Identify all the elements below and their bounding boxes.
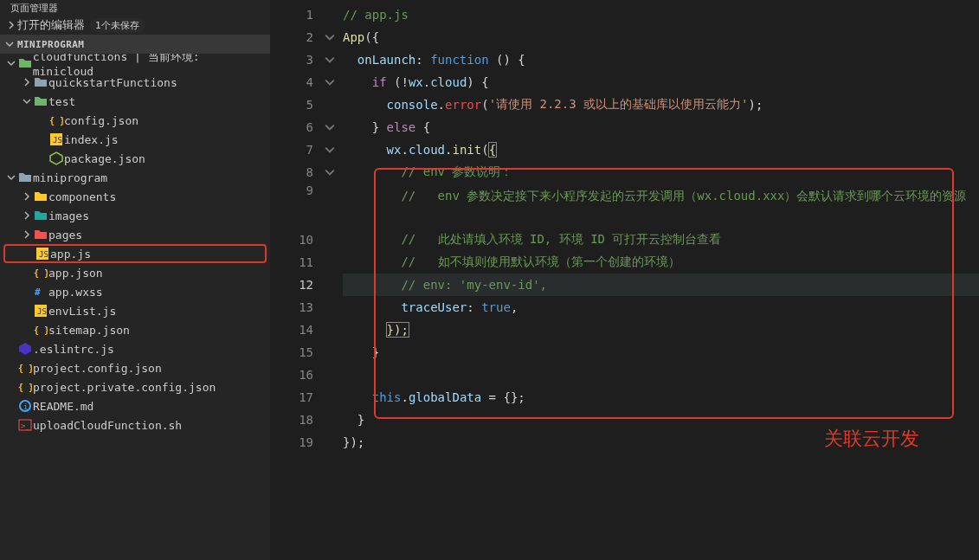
fold-spacer xyxy=(320,183,339,229)
line-number: 18 xyxy=(274,409,313,431)
brace: { xyxy=(489,143,496,157)
json-icon: { } xyxy=(33,323,48,337)
file-item[interactable]: .eslintrc.js xyxy=(0,339,270,358)
line-number: 17 xyxy=(274,386,313,409)
line-number: 3 xyxy=(274,48,313,71)
item-label: index.js xyxy=(64,133,119,146)
folder-icon xyxy=(33,75,48,89)
file-item[interactable]: JSapp.js xyxy=(3,244,267,263)
file-item[interactable]: >_uploadCloudFunction.sh xyxy=(0,415,270,434)
file-item[interactable]: JSenvList.js xyxy=(0,301,270,320)
item-label: package.json xyxy=(64,152,145,165)
folder-item[interactable]: miniprogram xyxy=(0,168,270,187)
item-label: app.wxss xyxy=(48,286,103,299)
annotation-box-icon xyxy=(374,168,954,419)
file-item[interactable]: iREADME.md xyxy=(0,396,270,415)
item-label: components xyxy=(48,190,116,203)
svg-text:>_: >_ xyxy=(21,422,30,430)
item-label: miniprogram xyxy=(33,171,107,184)
svg-text:{ }: { } xyxy=(18,364,32,373)
chevron-down-icon xyxy=(5,59,17,68)
line-number: 7 xyxy=(274,138,313,161)
node-icon xyxy=(48,151,64,165)
kw-function: function xyxy=(430,53,488,67)
file-item[interactable]: package.json xyxy=(0,149,270,168)
item-label: quickstartFunctions xyxy=(48,76,177,89)
folder-item[interactable]: cloudfunctions | 当前环境: minicloud xyxy=(0,54,270,73)
fold-gutter[interactable] xyxy=(320,0,339,560)
line-number: 10 xyxy=(274,229,313,251)
string-literal: '请使用 2.2.3 或以上的基础库以使用云能力' xyxy=(489,97,749,113)
chevron-down-icon xyxy=(21,97,33,106)
file-item[interactable]: JSindex.js xyxy=(0,130,270,149)
folder-comp-icon xyxy=(33,190,48,203)
fold-toggle-icon[interactable] xyxy=(320,138,339,161)
file-item[interactable]: { }config.json xyxy=(0,111,270,130)
file-item[interactable]: { }project.config.json xyxy=(0,358,270,377)
item-label: app.json xyxy=(48,267,103,280)
svg-marker-11 xyxy=(19,343,31,355)
svg-text:i: i xyxy=(23,402,28,411)
fold-spacer xyxy=(320,386,339,409)
item-label: pages xyxy=(48,229,82,241)
item-label: cloudfunctions | 当前环境: minicloud xyxy=(33,54,265,78)
fold-spacer xyxy=(320,296,339,319)
item-label: project.private.config.json xyxy=(33,381,216,394)
line-number: 16 xyxy=(274,364,313,386)
kw-if: if xyxy=(372,75,387,89)
chevron-right-icon xyxy=(21,78,33,87)
line-number-gutter: 12345678910111213141516171819 xyxy=(270,0,320,560)
folder-item[interactable]: test xyxy=(0,92,270,111)
item-label: config.json xyxy=(64,114,138,127)
explorer-title: 页面管理器 xyxy=(0,0,270,16)
file-item[interactable]: #app.wxss xyxy=(0,282,270,301)
folder-item[interactable]: components xyxy=(0,187,270,206)
json-icon: { } xyxy=(48,113,64,127)
open-editors-label: 打开的编辑器 xyxy=(17,17,85,33)
fold-toggle-icon[interactable] xyxy=(320,71,339,93)
js-icon: JS xyxy=(48,132,64,146)
fold-toggle-icon[interactable] xyxy=(320,26,339,48)
item-label: envList.js xyxy=(48,305,116,318)
line-number: 12 xyxy=(274,274,313,296)
fold-spacer xyxy=(320,93,339,116)
folder-item[interactable]: images xyxy=(0,206,270,225)
folder-cloud-icon xyxy=(17,56,33,70)
line-number: 13 xyxy=(274,296,313,319)
chevron-down-icon xyxy=(5,40,14,48)
project-root-header[interactable]: MINIPROGRAM xyxy=(0,35,270,54)
annotation-label: 关联云开发 xyxy=(824,426,919,452)
file-item[interactable]: { }sitemap.json xyxy=(0,320,270,339)
md-icon: i xyxy=(17,399,33,413)
folder-item[interactable]: pages xyxy=(0,225,270,244)
fn-init: init xyxy=(452,143,481,157)
item-label: uploadCloudFunction.sh xyxy=(33,419,182,432)
file-tree[interactable]: cloudfunctions | 当前环境: minicloudquicksta… xyxy=(0,54,270,560)
wxss-icon: # xyxy=(33,285,48,299)
fold-spacer xyxy=(320,274,339,296)
fn-app: App xyxy=(343,30,364,44)
folder-pages-icon xyxy=(33,228,48,241)
file-item[interactable]: { }project.private.config.json xyxy=(0,377,270,396)
editor-area[interactable]: 12345678910111213141516171819 // app.js … xyxy=(270,0,979,560)
line-number: 2 xyxy=(274,26,313,48)
line-number: 4 xyxy=(274,71,313,93)
prop-onlaunch: onLaunch xyxy=(357,53,415,67)
explorer-sidebar: 页面管理器 打开的编辑器 1个未保存 MINIPROGRAM cloudfunc… xyxy=(0,0,270,560)
unsaved-badge: 1个未保存 xyxy=(90,18,145,33)
fold-toggle-icon[interactable] xyxy=(320,48,339,71)
fold-spacer xyxy=(320,229,339,251)
fold-toggle-icon[interactable] xyxy=(320,116,339,138)
js-icon: JS xyxy=(35,247,50,261)
line-number: 9 xyxy=(274,183,313,229)
svg-text:JS: JS xyxy=(39,250,48,259)
file-item[interactable]: { }app.json xyxy=(0,263,270,282)
svg-text:JS: JS xyxy=(53,136,62,145)
fold-toggle-icon[interactable] xyxy=(320,161,339,183)
line-number: 1 xyxy=(274,3,313,26)
fold-spacer xyxy=(320,3,339,26)
open-editors-header[interactable]: 打开的编辑器 1个未保存 xyxy=(0,16,270,35)
item-label: images xyxy=(48,209,89,222)
item-label: app.js xyxy=(50,248,91,261)
code-content[interactable]: // app.js App({ onLaunch: function () { … xyxy=(339,0,979,560)
